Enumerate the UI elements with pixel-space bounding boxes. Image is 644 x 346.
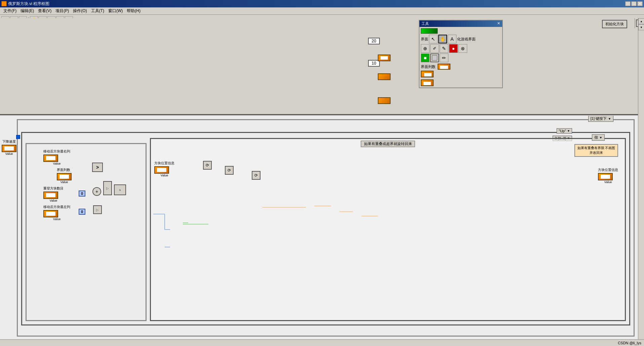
tool-pencil2[interactable]: ✏	[440, 54, 448, 62]
menu-edit[interactable]: 编辑(E)	[18, 7, 36, 14]
speed-control: 下降速度 Value	[2, 139, 16, 155]
case-structure-right: 如果有重叠或超界就旋转回来 方块位置信息 Value ⟳	[150, 138, 626, 321]
value-label-pos1: Value	[154, 174, 174, 177]
tool-color[interactable]: ●	[449, 44, 458, 53]
menu-file[interactable]: 文件(F)	[1, 7, 18, 14]
menu-project[interactable]: 项目(P)	[53, 7, 71, 14]
block-diagram-canvas: [1] 键按下 ▼ "Up" ▼ 3 [0..3] ▼ 移动	[0, 116, 638, 340]
tool-connect[interactable]: ⊕	[421, 44, 430, 53]
menu-view[interactable]: 查看(V)	[36, 7, 53, 14]
diagram-container: 20 10	[0, 18, 644, 346]
scroll-down[interactable]: ▼	[638, 24, 644, 30]
select-node-2: ▷	[93, 205, 102, 214]
case-selector-arrow-1[interactable]: ▼	[608, 117, 611, 120]
block-node-count: 重登方块数目 Value	[43, 186, 64, 202]
cluster-count	[43, 192, 58, 199]
restore-button[interactable]: □	[631, 1, 637, 6]
cluster-leftcol	[43, 210, 58, 217]
tool-breakpoint[interactable]: ■	[421, 54, 430, 62]
tool-scroll[interactable]	[430, 54, 439, 62]
interface-label: 界面	[421, 37, 428, 42]
numeric-ctrl-20[interactable]: 20	[368, 38, 380, 44]
tools-palette-header: 工具 ✕	[419, 21, 502, 27]
block-node-pos2: 方块位置信息 Value	[598, 168, 618, 184]
status-bar: CSDN @li_lys	[0, 339, 644, 346]
case-selector-label-1: [1] 键按下	[591, 116, 607, 121]
game-label: 化游戏界面	[457, 37, 476, 42]
cluster-cols	[57, 173, 72, 180]
init-block-button[interactable]: 初始化方块	[602, 20, 627, 28]
tool-edit[interactable]: ✎	[440, 44, 448, 53]
enum-selector-up[interactable]: "Up" ▼	[557, 128, 572, 134]
init-block-label: 初始化方块	[605, 22, 624, 26]
window-title: 俄罗斯方块.vi 程序框图	[8, 1, 49, 7]
minimize-button[interactable]: ─	[625, 1, 631, 6]
app-icon	[1, 1, 7, 6]
inner-case-left: 移动后方块最右列 Value 界面列数	[26, 143, 147, 321]
menu-help[interactable]: 帮助(H)	[125, 7, 143, 14]
init-cluster	[421, 79, 434, 86]
vscrollbar[interactable]: ▲ ▼	[638, 18, 644, 346]
run-indicator	[421, 28, 438, 34]
bool-selector[interactable]: 假 ▼	[592, 134, 605, 141]
label-rightcol: 移动后方块最右列	[43, 149, 70, 154]
speed-cluster	[2, 145, 16, 152]
bool-label: 假	[594, 135, 598, 140]
cluster-fp-3	[378, 97, 391, 104]
cluster-pos1	[154, 166, 169, 174]
cluster-pos2	[598, 173, 613, 180]
enum-value-up: "Up"	[559, 129, 566, 133]
label-count: 重登方块数目	[43, 186, 64, 191]
tool-arrow[interactable]: ↖	[429, 35, 438, 43]
block-node-pos1: 方块位置信息 Value	[154, 161, 174, 177]
loop-indicator	[16, 135, 20, 139]
tool-probe[interactable]: ⊗	[458, 44, 467, 53]
tool-hand[interactable]: ✋	[438, 35, 447, 43]
enum-arrow-up[interactable]: ▼	[567, 129, 570, 133]
title-bar-left: 俄罗斯方块.vi 程序框图	[1, 1, 49, 7]
function-node: λ	[114, 184, 126, 195]
tools-palette-title: 工具	[421, 21, 429, 26]
inner-structure: "Up" ▼ 3 [0..3] ▼ 移动后方块最右列	[21, 132, 630, 325]
select-node: ▷	[103, 181, 112, 195]
menu-window[interactable]: 窗口(W)	[106, 7, 125, 14]
cluster-rightcol	[43, 154, 58, 162]
case-selector-1[interactable]: [1] 键按下 ▼	[588, 116, 613, 122]
constant-0-second: 0	[79, 209, 85, 215]
cols-cluster	[438, 64, 450, 70]
subvi-1: ⟳	[203, 161, 212, 170]
tool-move[interactable]: ✐	[430, 44, 439, 53]
numeric-display-20: 20	[368, 38, 380, 44]
subvi-3: ⟳	[252, 171, 260, 180]
label-pos2: 方块位置信息	[598, 168, 618, 172]
label-leftcol: 移动后方块最左列	[43, 205, 70, 209]
front-panel-canvas: 20 10	[0, 18, 638, 115]
while-loop-outer: [1] 键按下 ▼ "Up" ▼ 3 [0..3] ▼ 移动	[17, 119, 635, 337]
add-node: +	[92, 187, 101, 196]
constant-0-first: 0	[79, 191, 85, 197]
block-node-cols: 界面列数 Value	[57, 168, 72, 184]
value-label-cols: Value	[57, 180, 72, 184]
tool-text[interactable]: A	[448, 35, 456, 43]
menu-tools[interactable]: 工具(T)	[89, 7, 106, 14]
block-node-rightcol: 移动后方块最右列 Value	[43, 149, 70, 165]
tools-palette-close[interactable]: ✕	[497, 21, 500, 26]
value-label-rightcol: Value	[43, 162, 70, 165]
value-label-count: Value	[43, 199, 64, 202]
menu-operate[interactable]: 操作(O)	[71, 7, 89, 14]
speed-value-label: Value	[2, 152, 16, 155]
title-bar-controls[interactable]: ─ □ ✕	[625, 1, 643, 6]
cluster-fp-2	[378, 73, 391, 80]
value-label-leftcol: Value	[43, 217, 70, 221]
status-text: CSDN @li_lys	[618, 341, 641, 345]
close-button[interactable]: ✕	[637, 1, 643, 6]
case-label-no-draw: 如果有重叠有界限 不画图并改回来	[574, 144, 618, 157]
comparison-node: >	[92, 163, 103, 172]
scroll-up[interactable]: ▲	[638, 18, 644, 24]
tools-palette: 工具 ✕ 界面 ↖ ✋ A 化游戏界面	[419, 20, 503, 88]
bool-arrow[interactable]: ▼	[599, 136, 602, 139]
cols-label: 界面列数	[421, 64, 436, 69]
title-bar: 俄罗斯方块.vi 程序框图 ─ □ ✕	[0, 0, 644, 7]
speed-label: 下降速度	[2, 139, 16, 144]
label-pos1: 方块位置信息	[154, 161, 174, 166]
